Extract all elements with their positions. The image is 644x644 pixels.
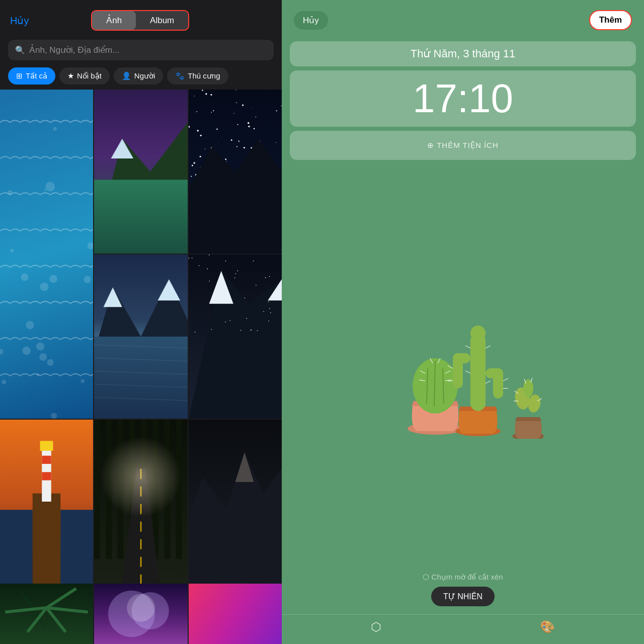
cancel-button-right[interactable]: Hủy — [294, 11, 328, 30]
pinch-hint: ⬡ Chụm mờ để cắt xén — [282, 573, 644, 587]
paw-icon: 🐾 — [175, 71, 185, 80]
lighthouse-canvas — [0, 420, 93, 584]
ocean-canvas — [0, 90, 93, 419]
stars-canvas — [189, 90, 282, 254]
mountain-canvas — [94, 90, 187, 254]
filter-bar: ⊞ Tất cả ★ Nổi bật 👤 Người 🐾 Thú cưng — [0, 64, 282, 90]
svg-line-21 — [486, 381, 491, 383]
lake-canvas — [94, 255, 187, 419]
grid-icon: ⊞ — [16, 71, 23, 80]
photo-ocean[interactable] — [0, 90, 93, 419]
filter-people-label: Người — [134, 71, 155, 80]
photo-lighthouse[interactable] — [0, 420, 93, 584]
photo-rocky-mountain[interactable] — [189, 420, 282, 584]
svg-line-24 — [503, 378, 508, 381]
svg-point-29 — [523, 379, 533, 397]
time-display: 17:10 — [290, 70, 636, 127]
svg-line-19 — [486, 346, 491, 348]
segment-anh[interactable]: Ảnh — [92, 11, 136, 30]
person-icon: 👤 — [122, 71, 131, 80]
nature-button[interactable]: TỰ NHIÊN — [431, 587, 495, 606]
svg-rect-12 — [470, 333, 486, 411]
crop-button[interactable]: ⬡ — [371, 620, 381, 634]
photo-lake-mountain[interactable] — [94, 255, 187, 419]
add-widget-button[interactable]: ⊕ THÊM TIỆN ÍCH — [290, 131, 636, 160]
cancel-button-left[interactable]: Hủy — [10, 15, 29, 27]
svg-point-17 — [470, 326, 486, 341]
search-placeholder-text: Ảnh, Người, Địa điểm... — [29, 45, 119, 55]
bottom-strip — [0, 584, 282, 644]
nature-btn-wrap: TỰ NHIÊN — [282, 587, 644, 614]
star-icon: ★ — [67, 71, 74, 80]
filter-all[interactable]: ⊞ Tất cả — [8, 67, 55, 85]
search-bar[interactable]: 🔍 Ảnh, Người, Địa điểm... — [8, 40, 274, 60]
crop-icon: ⬡ — [371, 620, 381, 634]
palette-icon: 🎨 — [540, 620, 555, 634]
photo-mountain[interactable] — [94, 90, 187, 254]
filter-pets[interactable]: 🐾 Thú cưng — [167, 67, 228, 85]
search-icon: 🔍 — [15, 45, 25, 55]
filter-featured-label: Nổi bật — [77, 71, 102, 80]
strip-pink[interactable] — [189, 584, 282, 644]
strip-cloud[interactable] — [94, 584, 187, 644]
palm-canvas — [0, 584, 93, 644]
filter-people[interactable]: 👤 Người — [114, 67, 164, 85]
photo-dark-mountain[interactable] — [189, 255, 282, 419]
svg-rect-16 — [486, 368, 503, 378]
svg-line-20 — [465, 371, 470, 373]
svg-rect-14 — [453, 353, 470, 363]
cloud-canvas — [94, 584, 187, 644]
strip-palm[interactable] — [0, 584, 93, 644]
cactus-area — [282, 164, 644, 573]
date-display: Thứ Năm, 3 tháng 11 — [290, 41, 636, 66]
svg-line-18 — [465, 346, 470, 348]
bottom-icons: ⬡ 🎨 — [282, 614, 644, 644]
palette-button[interactable]: 🎨 — [540, 620, 555, 634]
photo-grid — [0, 90, 282, 584]
segment-album[interactable]: Album — [136, 11, 188, 30]
segment-control: Ảnh Album — [91, 10, 189, 31]
photo-dark-road[interactable] — [94, 420, 187, 584]
filter-featured[interactable]: ★ Nổi bật — [59, 67, 110, 85]
add-button[interactable]: Thêm — [589, 10, 632, 30]
cactus-illustration — [382, 298, 543, 439]
filter-pets-label: Thú cưng — [188, 71, 220, 80]
right-panel: Hủy Thêm Thứ Năm, 3 tháng 11 17:10 ⊕ THÊ… — [282, 0, 644, 644]
left-header: Hủy Ảnh Album — [0, 0, 282, 36]
photo-stars[interactable] — [189, 90, 282, 254]
darkmtn-canvas — [189, 255, 282, 419]
rocky-canvas — [189, 420, 282, 584]
right-header: Hủy Thêm — [282, 0, 644, 35]
filter-all-label: Tất cả — [26, 71, 47, 80]
pink-canvas — [189, 584, 282, 644]
road-canvas — [94, 420, 187, 584]
left-panel: Hủy Ảnh Album 🔍 Ảnh, Người, Địa điểm... … — [0, 0, 282, 644]
